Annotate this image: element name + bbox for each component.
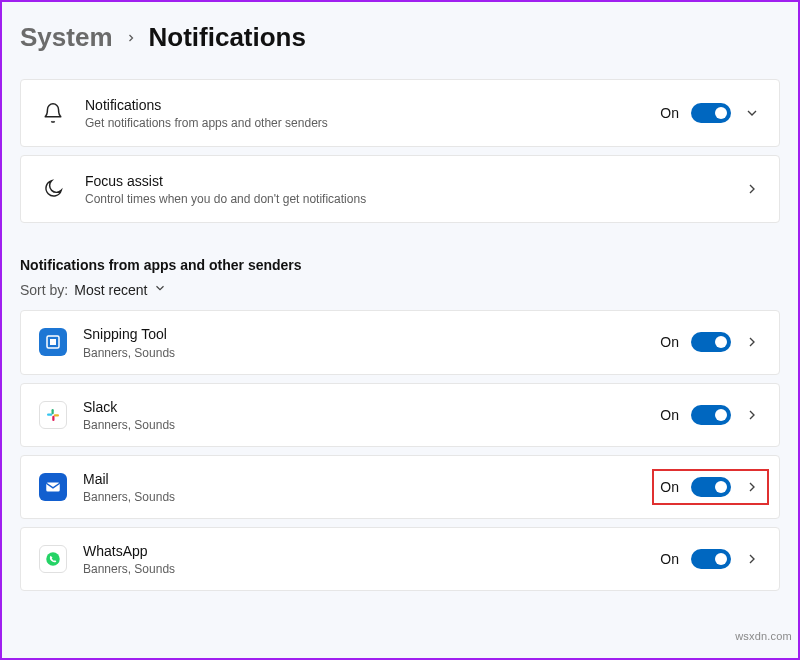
- row-title: Notifications: [85, 96, 660, 114]
- app-detail: Banners, Sounds: [83, 346, 660, 360]
- app-row-snipping-tool[interactable]: Snipping Tool Banners, Sounds On: [20, 310, 780, 374]
- chevron-right-icon[interactable]: [743, 181, 761, 197]
- page-title: Notifications: [149, 22, 306, 53]
- whatsapp-icon: [39, 545, 67, 573]
- row-title: Focus assist: [85, 172, 743, 190]
- snipping-tool-icon: [39, 328, 67, 356]
- svg-rect-1: [50, 339, 56, 345]
- toggle-state-label: On: [660, 551, 679, 567]
- app-toggle[interactable]: [691, 405, 731, 425]
- svg-rect-4: [52, 409, 54, 414]
- app-row-mail[interactable]: Mail Banners, Sounds On: [20, 455, 780, 519]
- app-name: Mail: [83, 470, 652, 488]
- toggle-state-label: On: [660, 334, 679, 350]
- app-toggle[interactable]: [691, 549, 731, 569]
- chevron-right-icon[interactable]: [743, 551, 761, 567]
- svg-rect-2: [47, 413, 52, 415]
- chevron-right-icon[interactable]: [743, 479, 761, 495]
- chevron-down-icon: [153, 281, 167, 298]
- row-focus-assist[interactable]: Focus assist Control times when you do a…: [20, 155, 780, 223]
- sort-by-dropdown[interactable]: Sort by: Most recent: [20, 281, 780, 298]
- svg-rect-5: [52, 415, 54, 420]
- breadcrumb-parent[interactable]: System: [20, 22, 113, 53]
- svg-rect-3: [54, 414, 59, 416]
- chevron-right-icon[interactable]: [743, 407, 761, 423]
- highlight-box: On: [652, 469, 769, 505]
- row-subtitle: Get notifications from apps and other se…: [85, 116, 660, 130]
- app-toggle[interactable]: [691, 477, 731, 497]
- breadcrumb: System Notifications: [20, 22, 780, 53]
- app-name: Slack: [83, 398, 660, 416]
- sort-by-label: Sort by:: [20, 282, 68, 298]
- moon-icon: [39, 175, 67, 203]
- chevron-down-icon[interactable]: [743, 105, 761, 121]
- chevron-right-icon[interactable]: [743, 334, 761, 350]
- toggle-state-label: On: [660, 407, 679, 423]
- toggle-state-label: On: [660, 479, 679, 495]
- notifications-toggle[interactable]: [691, 103, 731, 123]
- mail-icon: [39, 473, 67, 501]
- section-heading: Notifications from apps and other sender…: [20, 257, 780, 273]
- row-notifications[interactable]: Notifications Get notifications from app…: [20, 79, 780, 147]
- svg-point-7: [46, 552, 60, 566]
- app-row-slack[interactable]: Slack Banners, Sounds On: [20, 383, 780, 447]
- app-detail: Banners, Sounds: [83, 418, 660, 432]
- app-row-whatsapp[interactable]: WhatsApp Banners, Sounds On: [20, 527, 780, 591]
- app-toggle[interactable]: [691, 332, 731, 352]
- slack-icon: [39, 401, 67, 429]
- watermark: wsxdn.com: [735, 630, 792, 642]
- app-detail: Banners, Sounds: [83, 490, 652, 504]
- sort-by-value: Most recent: [74, 282, 147, 298]
- row-subtitle: Control times when you do and don't get …: [85, 192, 743, 206]
- toggle-state-label: On: [660, 105, 679, 121]
- app-name: Snipping Tool: [83, 325, 660, 343]
- bell-icon: [39, 99, 67, 127]
- app-name: WhatsApp: [83, 542, 660, 560]
- app-detail: Banners, Sounds: [83, 562, 660, 576]
- chevron-right-icon: [125, 26, 137, 49]
